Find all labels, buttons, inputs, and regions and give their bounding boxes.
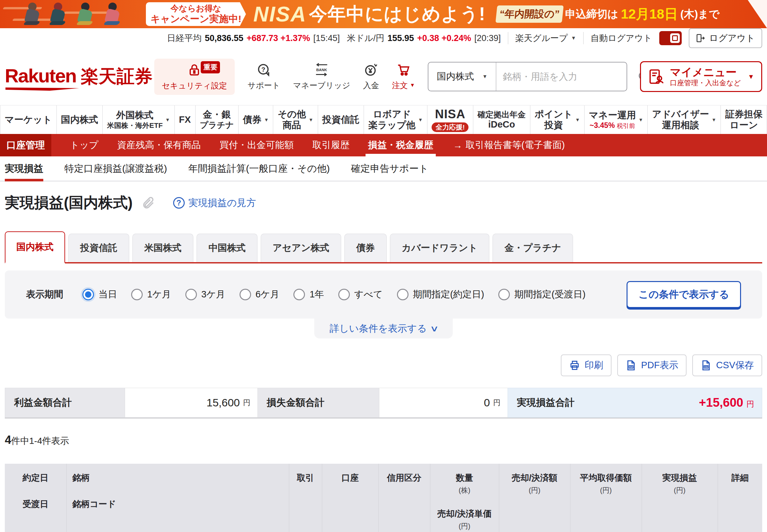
nav-item-roboad[interactable]: ロボアド楽ラップ他 ▼ <box>363 105 427 134</box>
profit-total-label: 利益金額合計 <box>5 388 125 418</box>
account-nav-pl-tax-history[interactable]: 損益・税金履歴 <box>368 134 433 156</box>
tab-specific-account-pl[interactable]: 特定口座損益(譲渡益税) <box>64 156 167 181</box>
col-avg-acquisition-price: 平均取得価額(円) <box>570 464 642 532</box>
results-count: 4件中1-4件表示 <box>5 433 762 447</box>
nikkei-change: +687.73 +1.37% <box>246 33 310 43</box>
auto-logout-label: 自動ログアウト <box>591 32 652 44</box>
search-category-select[interactable]: 国内株式 ▼ <box>429 62 496 91</box>
banner-quote: “年内開設の” <box>496 5 563 23</box>
divider <box>583 32 584 44</box>
security-settings-button[interactable]: 重要 セキュリティ設定 <box>154 59 235 95</box>
rakuten-securities-logo[interactable]: Rakuten 楽天証券 <box>5 64 153 89</box>
tab-domestic-stocks[interactable]: 国内株式 <box>5 231 65 263</box>
auto-logout-toggle[interactable] <box>659 31 682 45</box>
tab-gold-platinum[interactable]: 金・プラチナ <box>493 234 573 262</box>
col-account-type: 口座 <box>322 464 378 532</box>
account-nav-top[interactable]: トップ <box>70 134 98 156</box>
nav-item-bonds[interactable]: 債券▼ <box>238 105 273 134</box>
period-radio-today[interactable]: 当日 <box>82 288 117 301</box>
account-nav-trade-history[interactable]: 取引履歴 <box>312 134 349 156</box>
nav-item-foreign-stocks[interactable]: 外国株式米国株・海外ETF ▼ <box>102 105 174 134</box>
period-radio-1year[interactable]: 1年 <box>293 288 324 301</box>
tab-annual-pl-calc[interactable]: 年間損益計算(一般口座・その他) <box>188 156 329 181</box>
nisa-campaign-banner[interactable]: 今ならお得な キャンペーン実施中! NISA 今年中にはじめよう! “年内開設の… <box>0 0 767 28</box>
account-management-nav: 口座管理 トップ 資産残高・保有商品 買付・出金可能額 取引履歴 損益・税金履歴… <box>0 134 767 156</box>
yen-deposit-icon <box>364 63 378 77</box>
col-margin-type: 信用区分 <box>378 464 430 532</box>
radio-icon <box>185 289 197 300</box>
asset-category-tabs: 国内株式 投資信託 米国株式 中国株式 アセアン株式 債券 カバードワラント 金… <box>5 231 762 263</box>
nav-item-ideco[interactable]: 確定拠出年金iDeCo <box>473 105 530 134</box>
support-button[interactable]: ? サポート <box>247 63 280 91</box>
money-bridge-button[interactable]: BANK マネーブリッジ <box>293 63 350 91</box>
nav-item-securities-loan[interactable]: 証券担保ローン <box>721 105 767 134</box>
nikkei-time: [15:45] <box>313 33 340 43</box>
loss-total-value: 0円 <box>379 388 508 418</box>
chevron-down-icon: ▼ <box>638 117 643 122</box>
period-radio-range-trade-date[interactable]: 期間指定(約定日) <box>397 288 484 301</box>
nav-item-mutual-funds[interactable]: 投資信託 <box>318 105 364 134</box>
tab-asean-stocks[interactable]: アセアン株式 <box>261 234 341 262</box>
banner-decoration <box>748 0 767 28</box>
nav-item-other-products[interactable]: その他商品 ▼ <box>273 105 317 134</box>
tab-china-stocks[interactable]: 中国株式 <box>196 234 257 262</box>
col-settlement-amount: 売却/決済額(円) <box>499 464 570 532</box>
period-radio-all[interactable]: すべて <box>338 288 383 301</box>
tab-bonds[interactable]: 債券 <box>344 234 387 262</box>
csv-file-icon: CSV <box>701 360 712 371</box>
search-input[interactable] <box>496 71 630 82</box>
pdf-view-button[interactable]: PDF PDF表示 <box>617 354 687 376</box>
logo-rakuten-text: Rakuten <box>5 65 76 87</box>
rakuten-group-menu[interactable]: 楽天グループ ▼ <box>515 32 576 44</box>
nav-item-fx[interactable]: FX <box>174 105 195 134</box>
nav-item-gold-platinum[interactable]: 金・銀プラチナ <box>195 105 238 134</box>
svg-text:BANK: BANK <box>316 68 327 72</box>
col-realized-pl: 実現損益(円) <box>642 464 718 532</box>
account-nav-balance[interactable]: 資産残高・保有商品 <box>117 134 201 156</box>
period-radio-range-settle-date[interactable]: 期間指定(受渡日) <box>498 288 586 301</box>
svg-text:?: ? <box>261 66 265 73</box>
lock-icon <box>187 63 201 77</box>
divider <box>508 32 508 44</box>
account-management-root[interactable]: 口座管理 <box>0 134 51 156</box>
arrow-right-icon: → <box>453 140 463 151</box>
nav-item-domestic-stocks[interactable]: 国内株式 <box>56 105 103 134</box>
tab-mutual-funds[interactable]: 投資信託 <box>68 234 129 262</box>
nav-item-nisa[interactable]: NISA全力応援! <box>427 105 473 134</box>
tab-covered-warrants[interactable]: カバードワラント <box>390 234 490 262</box>
csv-save-button[interactable]: CSV CSV保存 <box>692 354 762 376</box>
banner-nisa-text: NISA <box>253 2 306 26</box>
realized-pl-help-link[interactable]: ? 実現損益の見方 <box>173 196 256 210</box>
account-nav-withdrawable[interactable]: 買付・出金可能額 <box>219 134 294 156</box>
logout-button[interactable]: ログアウト <box>689 28 762 48</box>
show-detail-conditions-link[interactable]: 詳しい条件を表示する ∨ <box>329 322 438 335</box>
tab-realized-pl[interactable]: 実現損益 <box>5 156 43 181</box>
paperclip-icon[interactable] <box>141 196 155 210</box>
nav-item-point-investment[interactable]: ポイント投資 ▼ <box>530 105 584 134</box>
market-ticker-bar: 日経平均 50,836.55 +687.73 +1.37% [15:45] 米ド… <box>0 28 767 48</box>
my-menu-button[interactable]: マイメニュー 口座管理・入出金など ▼ <box>640 61 762 92</box>
chevron-down-icon: ▼ <box>308 117 313 122</box>
period-radio-3months[interactable]: 3ケ月 <box>185 288 225 301</box>
order-button[interactable]: 注文▼ <box>392 63 415 91</box>
nav-item-advisor[interactable]: アドバイザー運用相談 ▼ <box>647 105 721 134</box>
chevron-down-icon: ▼ <box>165 117 170 122</box>
deposit-button[interactable]: 入金 <box>363 63 379 91</box>
print-button[interactable]: 印刷 <box>561 354 612 376</box>
nav-item-money-management[interactable]: マネー運用~3.45% 税引前 ▼ <box>584 105 647 134</box>
page: 今ならお得な キャンペーン実施中! NISA 今年中にはじめよう! “年内開設の… <box>0 0 767 532</box>
rakuten-group-label: 楽天グループ <box>515 32 568 44</box>
banner-illustration <box>0 0 141 28</box>
period-radio-1month[interactable]: 1ケ月 <box>131 288 171 301</box>
apply-filter-button[interactable]: この条件で表示する <box>627 281 741 308</box>
chevron-down-icon: ▼ <box>748 73 754 80</box>
account-nav-trade-reports[interactable]: → 取引報告書等(電子書面) <box>453 134 565 156</box>
detail-conditions-tab: 詳しい条件を表示する ∨ <box>314 319 453 338</box>
col-symbol: 銘柄銘柄コード <box>66 464 289 532</box>
realized-pl-total-value: +15,600円 <box>699 396 762 410</box>
nav-item-market[interactable]: マーケット <box>0 105 56 134</box>
tab-us-stocks[interactable]: 米国株式 <box>132 234 193 262</box>
tab-tax-filing-support[interactable]: 確定申告サポート <box>351 156 429 181</box>
chevron-down-icon: ▼ <box>482 74 488 79</box>
period-radio-6months[interactable]: 6ケ月 <box>239 288 279 301</box>
